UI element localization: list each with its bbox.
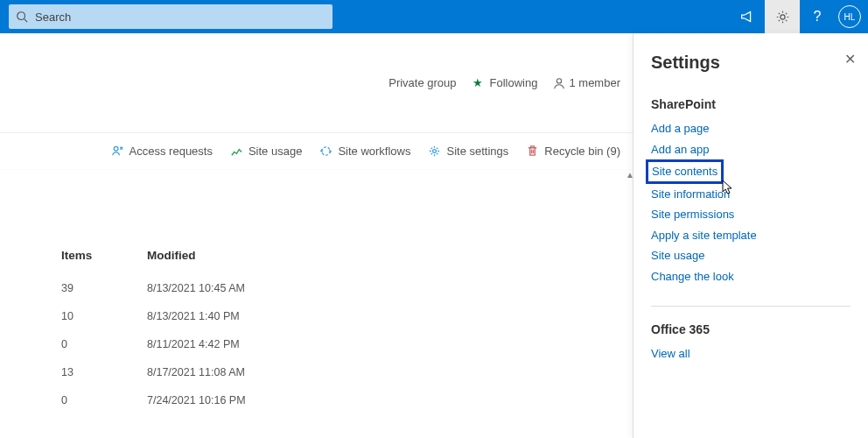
help-icon: ? bbox=[814, 9, 822, 25]
svg-line-1 bbox=[24, 19, 28, 23]
cmd-access-label: Access requests bbox=[130, 145, 213, 158]
site-header: Private group ★ Following 1 member bbox=[0, 33, 633, 133]
cmd-settings-label: Site settings bbox=[446, 145, 508, 158]
cmd-site-settings[interactable]: Site settings bbox=[428, 145, 508, 158]
link-view-all[interactable]: View all bbox=[651, 343, 850, 364]
link-add-page[interactable]: Add a page bbox=[651, 118, 850, 139]
list-item[interactable]: 138/17/2021 11:08 AM bbox=[61, 358, 633, 386]
main-content: Private group ★ Following 1 member Acces… bbox=[0, 33, 633, 438]
cell-items: 39 bbox=[61, 282, 147, 294]
svg-point-3 bbox=[557, 78, 562, 82]
header-items[interactable]: Items bbox=[61, 249, 147, 262]
office365-links: View all bbox=[651, 343, 850, 364]
cmd-site-workflows[interactable]: Site workflows bbox=[319, 145, 410, 158]
link-site-information[interactable]: Site information bbox=[651, 184, 850, 205]
cmd-recycle-label: Recycle bin (9) bbox=[544, 145, 620, 158]
header-modified[interactable]: Modified bbox=[147, 249, 410, 262]
list-item[interactable]: 08/11/2021 4:42 PM bbox=[61, 330, 633, 358]
settings-icon bbox=[428, 145, 441, 158]
svg-point-2 bbox=[780, 14, 784, 18]
trash-icon bbox=[526, 145, 539, 158]
svg-point-0 bbox=[18, 12, 25, 20]
cmd-access-requests[interactable]: Access requests bbox=[111, 145, 213, 158]
following-toggle[interactable]: ★ Following bbox=[472, 76, 538, 89]
person-icon bbox=[553, 77, 565, 89]
cell-items: 0 bbox=[61, 338, 147, 350]
megaphone-button[interactable] bbox=[730, 0, 765, 33]
following-label: Following bbox=[490, 76, 538, 89]
cell-modified: 8/13/2021 1:40 PM bbox=[147, 310, 410, 322]
sharepoint-links: Add a page Add an app Site contents Site… bbox=[651, 118, 850, 286]
cell-items: 0 bbox=[61, 394, 147, 406]
list-item[interactable]: 07/24/2021 10:16 PM bbox=[61, 386, 633, 414]
avatar-initials: HL bbox=[844, 12, 856, 22]
cmd-usage-label: Site usage bbox=[248, 145, 302, 158]
members-label: 1 member bbox=[569, 76, 620, 89]
panel-divider bbox=[651, 306, 850, 307]
list-item[interactable]: 108/13/2021 1:40 PM bbox=[61, 302, 633, 330]
cell-modified: 8/11/2021 4:42 PM bbox=[147, 338, 410, 350]
svg-point-5 bbox=[433, 150, 437, 153]
group-privacy-label: Private group bbox=[388, 76, 456, 89]
sharepoint-heading: SharePoint bbox=[651, 97, 850, 111]
top-navbar: ? HL bbox=[0, 0, 868, 33]
cell-modified: 8/13/2021 10:45 AM bbox=[147, 282, 410, 294]
usage-icon bbox=[230, 145, 243, 158]
link-apply-template[interactable]: Apply a site template bbox=[651, 225, 850, 246]
column-headers: Items Modified bbox=[61, 170, 633, 274]
cell-items: 10 bbox=[61, 310, 147, 322]
search-box[interactable] bbox=[9, 4, 332, 29]
link-add-app[interactable]: Add an app bbox=[651, 139, 850, 160]
cmd-site-usage[interactable]: Site usage bbox=[230, 145, 302, 158]
link-change-look[interactable]: Change the look bbox=[651, 266, 850, 287]
link-site-contents[interactable]: Site contents bbox=[646, 159, 724, 184]
search-input[interactable] bbox=[35, 11, 326, 24]
star-icon: ★ bbox=[472, 76, 483, 89]
avatar[interactable]: HL bbox=[838, 5, 861, 28]
link-site-permissions[interactable]: Site permissions bbox=[651, 204, 850, 225]
settings-gear-button[interactable] bbox=[765, 0, 800, 33]
panel-title: Settings bbox=[651, 53, 850, 73]
search-icon bbox=[16, 11, 28, 23]
megaphone-icon bbox=[739, 9, 755, 25]
close-button[interactable]: ✕ bbox=[844, 51, 856, 67]
cmd-recycle-bin[interactable]: Recycle bin (9) bbox=[526, 145, 620, 158]
data-list: Items Modified 398/13/2021 10:45 AM 108/… bbox=[0, 170, 633, 414]
help-button[interactable]: ? bbox=[800, 0, 835, 33]
members-link[interactable]: 1 member bbox=[553, 76, 620, 89]
workflow-icon bbox=[319, 145, 332, 158]
access-icon bbox=[111, 145, 124, 158]
gear-icon bbox=[775, 10, 790, 25]
command-bar: Access requests Site usage Site workflow… bbox=[0, 133, 633, 170]
close-icon: ✕ bbox=[844, 52, 856, 67]
svg-point-4 bbox=[114, 146, 118, 151]
cmd-workflows-label: Site workflows bbox=[338, 145, 410, 158]
cell-modified: 7/24/2021 10:16 PM bbox=[147, 394, 410, 406]
cell-items: 13 bbox=[61, 366, 147, 378]
settings-panel: ✕ Settings SharePoint Add a page Add an … bbox=[633, 33, 868, 438]
office365-heading: Office 365 bbox=[651, 322, 850, 336]
link-site-usage[interactable]: Site usage bbox=[651, 245, 850, 266]
list-item[interactable]: 398/13/2021 10:45 AM bbox=[61, 274, 633, 302]
cell-modified: 8/17/2021 11:08 AM bbox=[147, 366, 410, 378]
